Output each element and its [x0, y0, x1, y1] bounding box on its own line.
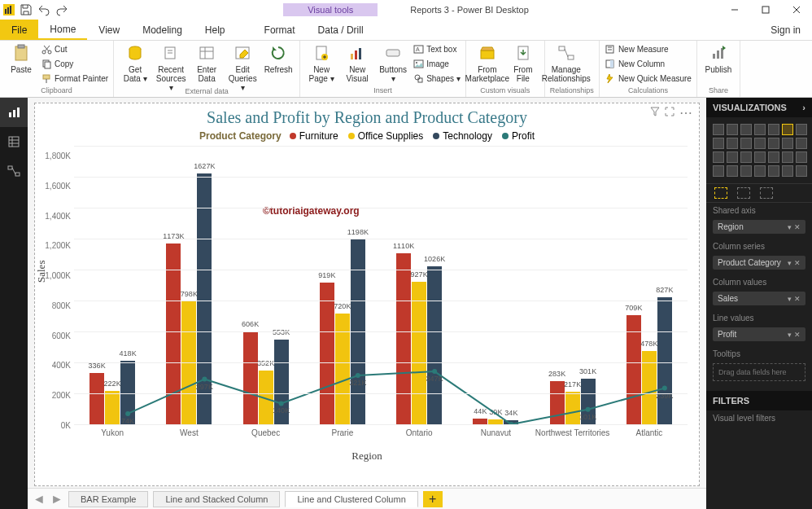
- svg-line-61: [12, 168, 15, 174]
- svg-rect-30: [355, 50, 357, 59]
- close-button[interactable]: [781, 0, 812, 20]
- maximize-button[interactable]: [750, 0, 781, 20]
- new-page-button[interactable]: New Page ▾: [305, 42, 338, 83]
- ribbon: Paste Cut Copy Format Painter Clipboard …: [0, 41, 812, 98]
- svg-rect-0: [5, 9, 7, 14]
- shapes-button[interactable]: Shapes ▾: [413, 72, 461, 86]
- svg-rect-4: [762, 7, 769, 13]
- model-view-icon[interactable]: [0, 156, 28, 186]
- minimize-button[interactable]: [719, 0, 750, 20]
- visualization-picker[interactable]: [706, 117, 812, 183]
- publish-button[interactable]: Publish: [702, 42, 735, 74]
- svg-rect-52: [9, 112, 11, 117]
- tab-next-icon[interactable]: ►: [50, 492, 63, 507]
- format-painter-button[interactable]: Format Painter: [41, 72, 108, 86]
- new-visual-button[interactable]: New Visual: [341, 42, 373, 83]
- manage-relationships-button[interactable]: Manage Relationships: [550, 42, 583, 83]
- svg-rect-29: [351, 54, 353, 59]
- svg-point-37: [415, 75, 420, 80]
- svg-rect-21: [200, 47, 213, 59]
- menu-view[interactable]: View: [87, 20, 131, 40]
- textbox-button[interactable]: AText box: [413, 42, 461, 56]
- fields-tab-icon[interactable]: [714, 187, 727, 199]
- analytics-tab-icon[interactable]: [760, 187, 773, 199]
- svg-rect-39: [481, 50, 494, 59]
- from-marketplace-button[interactable]: From Marketplace: [471, 42, 504, 83]
- copy-button[interactable]: Copy: [41, 57, 108, 71]
- from-file-button[interactable]: From File: [507, 42, 539, 83]
- menu-file[interactable]: File: [0, 20, 38, 40]
- svg-rect-59: [8, 166, 12, 169]
- redo-icon[interactable]: [55, 3, 68, 16]
- svg-rect-55: [9, 137, 19, 147]
- tab-prev-icon[interactable]: ◄: [33, 492, 46, 507]
- svg-rect-38: [418, 78, 422, 82]
- menu-modeling[interactable]: Modeling: [131, 20, 194, 40]
- svg-rect-7: [15, 46, 27, 60]
- tab-bar-example[interactable]: BAR Example: [68, 491, 148, 507]
- pane-title: VISUALIZATIONS: [713, 103, 787, 112]
- filters-title: FILTERS: [713, 396, 749, 406]
- filter-icon[interactable]: [650, 105, 660, 121]
- save-icon[interactable]: [20, 3, 33, 16]
- svg-rect-49: [713, 54, 715, 59]
- tab-line-clustered[interactable]: Line and Clustered Column: [285, 491, 417, 507]
- new-measure-button[interactable]: New Measure: [605, 42, 692, 56]
- line-clustered-column-viz-icon: [782, 124, 793, 135]
- tooltips-well[interactable]: Drag data fields here: [713, 363, 805, 381]
- svg-rect-2: [10, 6, 11, 14]
- svg-rect-8: [18, 45, 24, 48]
- format-tab-icon[interactable]: [737, 187, 750, 199]
- column-values-well[interactable]: Sales▾ ✕: [713, 292, 805, 305]
- chart-title: Sales and Profit by Region and Product C…: [35, 108, 699, 127]
- data-view-icon[interactable]: [0, 127, 28, 156]
- enter-data-button[interactable]: Enter Data: [190, 42, 223, 83]
- menu-data-drill[interactable]: Data / Drill: [307, 20, 375, 40]
- svg-line-43: [565, 49, 568, 57]
- image-button[interactable]: Image: [413, 57, 461, 71]
- new-quick-measure-button[interactable]: New Quick Measure: [605, 72, 692, 86]
- plot-area: Sales 1,800K1,600K1,400K1,200K1,000K800K…: [74, 147, 688, 448]
- chart-visual[interactable]: ⋯ Sales and Profit by Region and Product…: [34, 103, 700, 486]
- paste-button[interactable]: Paste: [5, 42, 37, 74]
- line-values-well[interactable]: Profit▾ ✕: [713, 327, 805, 341]
- report-canvas: ⋯ Sales and Profit by Region and Product…: [28, 98, 706, 509]
- more-options-icon[interactable]: ⋯: [679, 105, 692, 121]
- cut-button[interactable]: Cut: [41, 42, 108, 56]
- svg-rect-31: [359, 48, 361, 59]
- app-icon: [3, 4, 15, 15]
- buttons-button[interactable]: Buttons ▾: [377, 42, 409, 83]
- edit-queries-button[interactable]: Edit Queries ▾: [226, 42, 259, 92]
- shared-axis-well[interactable]: Region▾ ✕: [713, 220, 805, 234]
- svg-rect-1: [7, 7, 9, 14]
- report-view-icon[interactable]: [0, 98, 28, 127]
- main-area: ⋯ Sales and Profit by Region and Product…: [0, 98, 812, 509]
- undo-icon[interactable]: [37, 3, 50, 16]
- menu-home[interactable]: Home: [38, 20, 87, 40]
- recent-sources-button[interactable]: Recent Sources ▾: [155, 42, 187, 92]
- title-bar: Visual tools Reports 3 - Power BI Deskto…: [0, 0, 812, 20]
- svg-rect-50: [717, 50, 719, 59]
- svg-rect-53: [13, 110, 15, 117]
- menu-help[interactable]: Help: [194, 20, 237, 40]
- svg-rect-14: [45, 62, 50, 68]
- chart-legend: Product Category FurnitureOffice Supplie…: [35, 130, 699, 142]
- svg-rect-54: [17, 108, 20, 117]
- svg-rect-41: [559, 46, 565, 50]
- new-column-button[interactable]: New Column: [605, 57, 692, 71]
- sign-in-link[interactable]: Sign in: [759, 20, 812, 40]
- visualizations-pane: VISUALIZATIONS› Shared axis Region▾ ✕ Co…: [706, 98, 812, 509]
- tab-add-button[interactable]: +: [423, 491, 443, 507]
- column-series-well[interactable]: Product Category▾ ✕: [713, 256, 805, 270]
- menu-bar: File Home View Modeling Help Format Data…: [0, 20, 812, 41]
- get-data-button[interactable]: Get Data ▾: [119, 42, 151, 83]
- pane-collapse-icon[interactable]: ›: [802, 103, 805, 112]
- svg-text:A: A: [416, 46, 420, 52]
- svg-rect-60: [15, 173, 20, 176]
- menu-format[interactable]: Format: [253, 20, 307, 40]
- page-tabs: ◄ ► BAR Example Line and Stacked Column …: [28, 488, 706, 509]
- tab-line-stacked[interactable]: Line and Stacked Column: [153, 491, 280, 507]
- window-title: Reports 3 - Power BI Desktop: [410, 5, 529, 15]
- focus-mode-icon[interactable]: [665, 105, 674, 121]
- refresh-button[interactable]: Refresh: [262, 42, 295, 74]
